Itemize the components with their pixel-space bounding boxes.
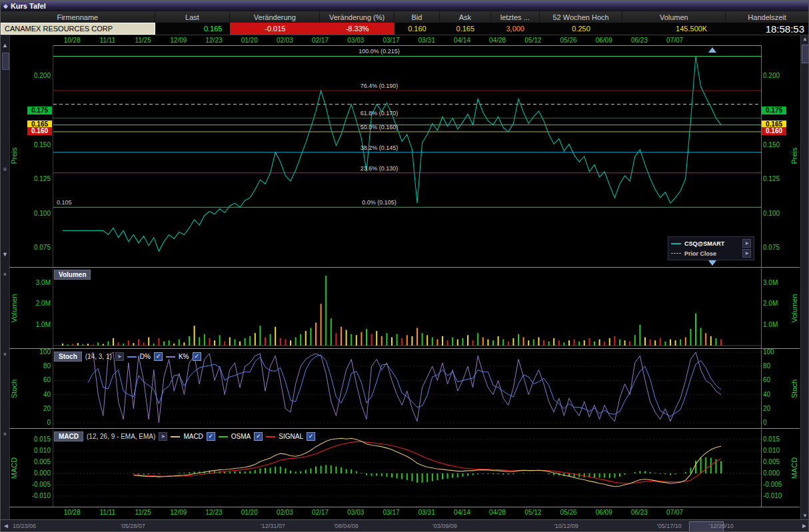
change-cell[interactable]: -0.015 bbox=[230, 23, 320, 35]
column-header-trade-time[interactable]: Handelszeit bbox=[726, 11, 808, 23]
axis-label: 80 bbox=[23, 362, 51, 370]
last-size-cell[interactable]: 3,000 bbox=[491, 23, 540, 35]
column-header-change-pct[interactable]: Veränderung (%) bbox=[320, 11, 395, 23]
left-scrollbar-thumb[interactable] bbox=[2, 53, 9, 70]
column-header-change[interactable]: Veränderung bbox=[230, 11, 320, 23]
d-checkbox[interactable]: ✓ bbox=[154, 352, 163, 361]
scroll-marker-up-icon[interactable] bbox=[708, 47, 716, 53]
column-header-last[interactable]: Last bbox=[155, 11, 231, 23]
menu-icon[interactable]: ≡ bbox=[1, 166, 9, 172]
scroll-up-icon[interactable]: ▲ bbox=[1, 42, 9, 49]
date-label: 06/23 bbox=[631, 509, 648, 516]
scroll-marker-down-icon[interactable] bbox=[708, 260, 716, 266]
stoch-axis-title: Stoch bbox=[790, 380, 798, 398]
date-label: 04/14 bbox=[454, 509, 470, 516]
macd-series-label: MACD bbox=[183, 433, 203, 440]
price-marker-badge: 0.175 bbox=[27, 107, 52, 115]
column-header-last-size[interactable]: letztes ... bbox=[491, 11, 540, 23]
axis-label: 0.005 bbox=[763, 458, 780, 465]
macd-axis-title: MACD bbox=[10, 457, 18, 479]
date-label: 01/20 bbox=[241, 509, 258, 516]
scroll-down-icon[interactable]: ▼ bbox=[1, 251, 9, 258]
fib-label: 61.8% (0.170) bbox=[361, 110, 399, 117]
change-pct-cell[interactable]: -8.33% bbox=[320, 23, 395, 35]
signal-line-sample bbox=[266, 436, 275, 437]
prior-close-line-sample bbox=[671, 253, 681, 254]
osma-checkbox[interactable]: ✓ bbox=[254, 432, 263, 441]
pointer-icon[interactable]: ➤ bbox=[159, 432, 167, 441]
horizontal-scrollbar[interactable]: ◄ ► 10/23/06'05/28/07'12/31/07'08/04/08'… bbox=[1, 519, 809, 532]
macd-line-sample bbox=[171, 436, 180, 437]
axis-label: 60 bbox=[23, 376, 51, 384]
macd-checkbox[interactable]: ✓ bbox=[207, 432, 215, 441]
vscrollbar-thumb[interactable] bbox=[802, 45, 809, 63]
company-name-cell[interactable]: CANAMEX RESOURCES CORP bbox=[1, 23, 155, 35]
scrollbar-date-label: '08/04/08 bbox=[334, 523, 359, 529]
column-header-ask[interactable]: Ask bbox=[440, 11, 491, 23]
signal-checkbox[interactable]: ✓ bbox=[307, 432, 315, 441]
quote-header-row: Firmenname Last Veränderung Veränderung … bbox=[1, 11, 808, 23]
volume-cell[interactable]: 145.500K bbox=[622, 23, 726, 35]
app-window: ◆ Kurs Tafel Firmenname Last Veränderung… bbox=[0, 0, 809, 532]
pointer-icon[interactable]: ➤ bbox=[115, 352, 124, 361]
date-label: 02/03 bbox=[277, 37, 293, 44]
vertical-scrollbar[interactable]: ▲ ▼ bbox=[800, 35, 809, 519]
panel-separator[interactable] bbox=[9, 348, 800, 349]
legend-symbol-label: CSQ@SMART bbox=[684, 240, 724, 247]
column-header-bid[interactable]: Bid bbox=[395, 11, 440, 23]
stoch-panel-tab[interactable]: Stoch bbox=[54, 352, 82, 362]
axis-label: 3.0M bbox=[23, 279, 51, 286]
date-label: 03/17 bbox=[383, 509, 399, 516]
axis-label: 0.005 bbox=[23, 458, 51, 465]
legend-row-prior-close[interactable]: Prior Close ➤ bbox=[671, 248, 751, 258]
fib-label: 23.6% (0.130) bbox=[361, 165, 399, 172]
scrollbar-date-label: '10/12/09 bbox=[554, 523, 578, 529]
fib-left-label: 0.105 bbox=[57, 199, 72, 206]
last-price-cell[interactable]: 0.165 bbox=[155, 23, 231, 35]
column-header-firmenname[interactable]: Firmenname bbox=[1, 11, 155, 23]
quote-row[interactable]: CANAMEX RESOURCES CORP 0.165 -0.015 -8.3… bbox=[1, 23, 808, 35]
axis-label: 1.0M bbox=[23, 321, 51, 328]
k-line-sample bbox=[166, 356, 175, 358]
date-label: 12/23 bbox=[205, 37, 222, 44]
window-icon[interactable]: ◆ bbox=[3, 3, 8, 9]
column-header-volume[interactable]: Volumen bbox=[622, 11, 726, 23]
volume-chart-svg bbox=[53, 268, 761, 348]
scrollbar-date-label: '03/09/09 bbox=[432, 523, 457, 529]
axis-label: 0.125 bbox=[23, 175, 51, 182]
52w-high-cell[interactable]: 0.250 bbox=[540, 23, 623, 35]
axis-label: 40 bbox=[23, 391, 51, 398]
stoch-params: (14, 3, 1) bbox=[85, 353, 112, 360]
pointer-icon[interactable]: ➤ bbox=[742, 239, 751, 248]
close-volume-panel-icon[interactable]: × bbox=[1, 271, 9, 278]
volume-panel-tab[interactable]: Volumen bbox=[54, 270, 91, 280]
scroll-left-icon[interactable]: ◄ bbox=[3, 522, 9, 529]
close-macd-panel-icon[interactable]: × bbox=[1, 431, 9, 437]
date-label: 05/12 bbox=[524, 509, 541, 516]
macd-axis-title: MACD bbox=[790, 457, 798, 479]
macd-panel-tab[interactable]: MACD bbox=[54, 431, 83, 441]
legend-row-symbol[interactable]: CSQ@SMART ➤ bbox=[671, 238, 751, 248]
scroll-right-icon[interactable]: ► bbox=[801, 522, 808, 529]
bid-cell[interactable]: 0.160 bbox=[395, 23, 440, 35]
price-chart-area[interactable]: CSQ@SMART ➤ Prior Close ➤ bbox=[53, 45, 762, 267]
axis-label: -0.010 bbox=[23, 492, 51, 499]
pointer-icon[interactable]: ➤ bbox=[742, 249, 751, 258]
k-checkbox[interactable]: ✓ bbox=[193, 352, 201, 361]
panel-separator[interactable] bbox=[9, 267, 800, 268]
k-series-label: K% bbox=[179, 353, 189, 360]
scroll-down-icon[interactable]: ▼ bbox=[801, 513, 809, 519]
scrollbar-date-label: '12/31/07 bbox=[261, 523, 285, 529]
date-label: 03/17 bbox=[383, 37, 399, 44]
ask-cell[interactable]: 0.165 bbox=[440, 23, 491, 35]
price-chart-svg bbox=[53, 46, 761, 267]
date-label: 12/23 bbox=[205, 509, 222, 516]
panel-separator[interactable] bbox=[9, 428, 800, 429]
date-label: 02/03 bbox=[277, 509, 293, 516]
macd-params: (12, 26, 9 - EMA, EMA) bbox=[87, 433, 155, 440]
close-stoch-panel-icon[interactable]: × bbox=[1, 351, 9, 358]
column-header-52w-high[interactable]: 52 Wochen Hoch bbox=[540, 11, 623, 23]
volume-chart-area[interactable] bbox=[53, 268, 762, 348]
scroll-up-icon[interactable]: ▲ bbox=[801, 36, 809, 42]
scrollbar-date-label: '05/17/10 bbox=[657, 523, 682, 529]
